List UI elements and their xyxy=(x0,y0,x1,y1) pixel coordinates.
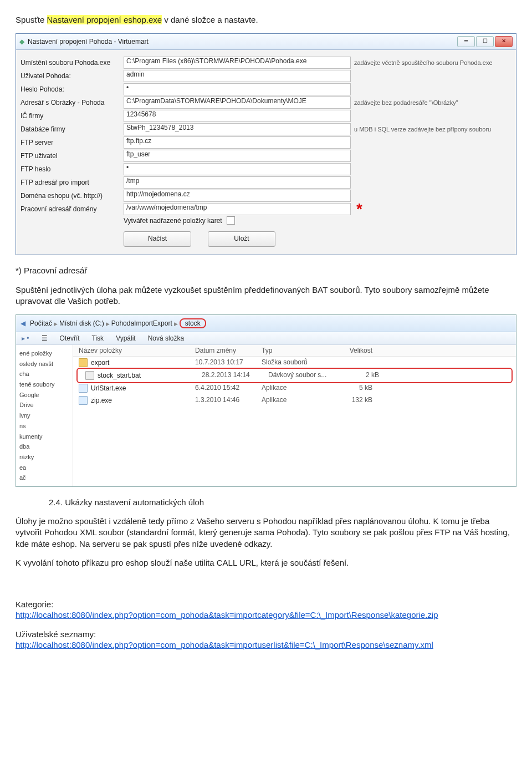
form-label: Doména eshopu (vč. http://) xyxy=(21,192,120,200)
form-input[interactable]: StwPh_1234578_2013 xyxy=(124,123,351,135)
file-type: Dávkový soubor s... xyxy=(268,371,335,380)
file-size xyxy=(328,358,372,367)
form-row: Databáze firmyStwPh_1234578_2013u MDB i … xyxy=(21,123,511,135)
sidebar-item[interactable]: tené soubory xyxy=(19,379,70,390)
userlists-label: Uživatelské seznamy: xyxy=(16,629,516,639)
form-input[interactable]: /var/www/mojedomena/tmp xyxy=(124,203,351,215)
exe-icon xyxy=(79,384,88,393)
sidebar-item[interactable]: ač xyxy=(19,473,70,483)
file-row[interactable]: stock_start.bat28.2.2013 14:14Dávkový so… xyxy=(80,369,509,382)
toolbar-open[interactable]: Otevřít xyxy=(60,334,80,342)
chevron-right-icon: ▶ xyxy=(54,321,58,327)
form-input[interactable]: C:\Program Files (x86)\STORMWARE\POHODA\… xyxy=(124,57,351,69)
sidebar-item[interactable]: ea xyxy=(19,463,70,473)
breadcrumb[interactable]: Počítač▶Místní disk (C:)▶PohodaImportExp… xyxy=(30,318,206,328)
categories-link[interactable]: http://localhost:8080/index.php?option=c… xyxy=(16,610,438,619)
folder-icon xyxy=(79,358,88,367)
sidebar-item[interactable]: Drive xyxy=(19,400,70,410)
file-type: Složka souborů xyxy=(262,358,328,367)
button-row: NačístUložt xyxy=(21,226,511,247)
col-type[interactable]: Typ xyxy=(262,347,328,354)
file-type: Aplikace xyxy=(262,384,328,393)
form-input[interactable]: ftp_user xyxy=(124,150,351,162)
sidebar-item[interactable]: ns xyxy=(19,421,70,431)
load-button[interactable]: Načíst xyxy=(124,231,191,247)
file-name: UrlStart.exe xyxy=(91,384,126,392)
sidebar-item[interactable]: dba xyxy=(19,441,70,452)
form-input[interactable]: • xyxy=(124,163,351,175)
col-name[interactable]: Název položky xyxy=(79,347,195,354)
form-row: Umístění souboru Pohoda.exeC:\Program Fi… xyxy=(21,57,511,69)
sidebar-item[interactable]: osledy navšt xyxy=(19,359,70,369)
save-button[interactable]: Uložt xyxy=(208,231,275,247)
form-hint: u MDB i SQL verze zadávejte bez přípony … xyxy=(354,126,511,133)
sidebar-item[interactable]: rázky xyxy=(19,452,70,463)
form-input[interactable]: C:\ProgramData\STORMWARE\POHODA\Dokument… xyxy=(124,97,351,109)
form-label: FTP adresář pro import xyxy=(21,179,120,186)
intro-suffix: v dané složce a nastavte. xyxy=(162,15,258,24)
minimize-button[interactable]: ━ xyxy=(457,36,475,47)
close-button[interactable]: ✕ xyxy=(495,36,513,47)
form-input[interactable]: 12345678 xyxy=(124,110,351,122)
form-label: FTP server xyxy=(21,139,120,146)
file-row[interactable]: export10.7.2013 10:17Složka souborů xyxy=(73,357,516,369)
checkbox[interactable] xyxy=(227,216,235,225)
form-label: IČ firmy xyxy=(21,112,120,120)
bat-icon xyxy=(85,371,94,380)
checkbox-row: Vytvářet nadřazené položky karet xyxy=(21,216,511,225)
file-name: stock_start.bat xyxy=(98,372,141,379)
form-row: Uživatel Pohoda:admin xyxy=(21,70,511,82)
breadcrumb-segment[interactable]: stock xyxy=(180,318,206,328)
sidebar-item[interactable]: Google xyxy=(19,390,70,400)
col-date[interactable]: Datum změny xyxy=(195,347,262,354)
exe-icon xyxy=(79,396,88,405)
form-input[interactable]: • xyxy=(124,83,351,95)
sidebar-item[interactable]: cha xyxy=(19,369,70,379)
toolbar-newfolder[interactable]: Nová složka xyxy=(148,334,184,342)
form-label: Umístění souboru Pohoda.exe xyxy=(21,59,120,67)
categories-label: Kategorie: xyxy=(16,600,516,609)
breadcrumb-segment[interactable]: PohodaImportExport xyxy=(111,319,172,327)
form-input[interactable]: ftp.ftp.cz xyxy=(124,136,351,149)
form-input[interactable]: http://mojedomena.cz xyxy=(124,190,351,202)
form-input[interactable]: admin xyxy=(124,70,351,82)
intro-paragraph: Spusťte Nastavení propojení eshop.exe v … xyxy=(16,14,516,26)
sidebar-item[interactable]: ivny xyxy=(19,410,70,421)
form-hint: zadávejte včetně spouštěcího souboru Poh… xyxy=(354,59,511,66)
breadcrumb-segment[interactable]: Místní disk (C:) xyxy=(59,319,104,327)
form-row: FTP serverftp.ftp.cz xyxy=(21,136,511,149)
form-row: FTP adresář pro import/tmp xyxy=(21,176,511,189)
form-input[interactable]: /tmp xyxy=(124,176,351,189)
col-size[interactable]: Velikost xyxy=(328,347,372,354)
settings-window: ◆ Nastavení propojení Pohoda - Virtuemar… xyxy=(16,33,516,255)
file-row[interactable]: zip.exe1.3.2010 14:46Aplikace132 kB xyxy=(73,394,516,407)
breadcrumb-segment[interactable]: Počítač xyxy=(30,319,52,327)
workdir-para: Spuštění jednotlivých úloha pak můžete v… xyxy=(16,285,516,307)
chevron-right-icon: ▶ xyxy=(174,321,178,327)
toolbar-print[interactable]: Tisk xyxy=(92,334,104,342)
toolbar-organize-icon[interactable]: ☰ xyxy=(42,334,48,342)
section-2-4-heading: 2.4. Ukázky nastavení automatických úloh xyxy=(49,497,516,508)
maximize-button[interactable]: ☐ xyxy=(476,36,494,47)
explorer-file-list: Název položky Datum změny Typ Velikost e… xyxy=(73,345,516,486)
explorer-window: ◀ Počítač▶Místní disk (C:)▶PohodaImportE… xyxy=(16,314,516,487)
form-label: Databáze firmy xyxy=(21,125,120,133)
workdir-heading: *) Pracovní adresář xyxy=(16,265,516,276)
file-date: 28.2.2013 14:14 xyxy=(202,371,268,380)
form-label: FTP heslo xyxy=(21,165,120,173)
form-row: Pracovní adresář domény/var/www/mojedome… xyxy=(21,203,511,215)
form-row: Doména eshopu (vč. http://)http://mojedo… xyxy=(21,190,511,202)
file-date: 6.4.2010 15:42 xyxy=(195,384,262,393)
userlists-link[interactable]: http://localhost:8080/index.php?option=c… xyxy=(16,640,433,649)
form-label: Adresář s Obrázky - Pohoda xyxy=(21,99,120,106)
file-name: zip.exe xyxy=(91,397,112,404)
file-row[interactable]: UrlStart.exe6.4.2010 15:42Aplikace5 kB xyxy=(73,382,516,394)
app-icon: ◆ xyxy=(19,38,24,45)
titlebar: ◆ Nastavení propojení Pohoda - Virtuemar… xyxy=(16,34,516,50)
toolbar-burn[interactable]: Vypálit xyxy=(116,334,136,342)
sidebar-item[interactable]: ené položky xyxy=(19,348,70,359)
form-hint: zadávejte bez podadresáře "\Obrázky" xyxy=(354,99,511,106)
nav-back-icon[interactable]: ◀ xyxy=(21,319,25,327)
sidebar-item[interactable]: kumenty xyxy=(19,431,70,442)
explorer-breadcrumb-bar: ◀ Počítač▶Místní disk (C:)▶PohodaImportE… xyxy=(16,315,516,332)
